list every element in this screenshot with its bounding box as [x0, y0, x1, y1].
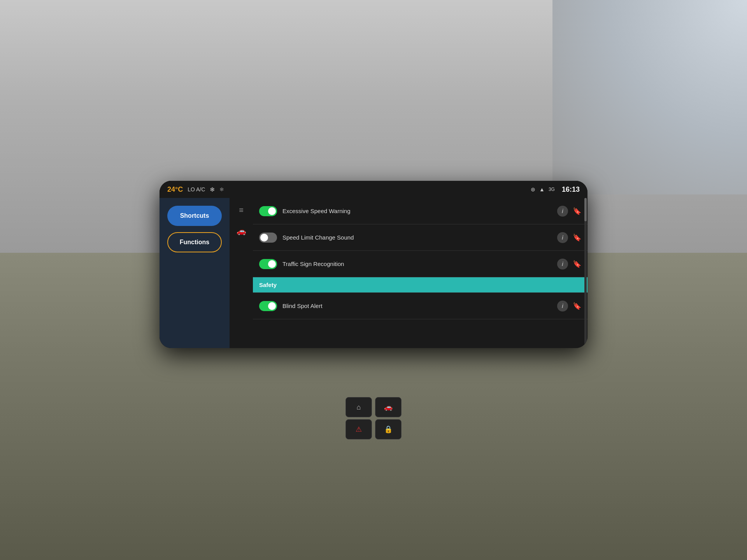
bookmark-icon-filled[interactable]: 🔖: [573, 207, 581, 215]
blind-spot-toggle[interactable]: [259, 301, 277, 311]
item-actions: i 🔖: [557, 301, 581, 312]
traffic-sign-label: Traffic Sign Recognition: [282, 261, 552, 267]
main-content: Shortcuts Functions ≡ 🚗 Excessive Spee: [160, 198, 587, 348]
bluetooth-icon: ⊛: [531, 186, 535, 192]
lock-button[interactable]: 🔒: [375, 419, 402, 439]
category-header: Safety: [253, 277, 587, 293]
wifi-icon: ▲: [539, 186, 545, 192]
item-actions: i 🔖: [557, 206, 581, 217]
signal-icon: 3G: [549, 187, 555, 192]
middle-icon-column: ≡ 🚗: [230, 198, 253, 348]
ac-info: LO A/C: [188, 186, 205, 192]
bookmark-icon-empty[interactable]: 🔖: [573, 260, 581, 268]
status-left: 24°C LO A/C ❄ ❄: [167, 186, 224, 194]
list-item: Blind Spot Alert i 🔖: [253, 293, 587, 319]
bookmark-icon-empty[interactable]: 🔖: [573, 233, 581, 242]
blind-spot-label: Blind Spot Alert: [282, 303, 552, 309]
info-button[interactable]: i: [557, 232, 568, 243]
car-display-screen: 24°C LO A/C ❄ ❄ ⊛ ▲ 3G 16:13 Shortcuts F…: [160, 181, 587, 348]
speed-limit-label: Speed Limit Change Sound: [282, 234, 552, 241]
defrost-icon: ❄: [219, 186, 224, 192]
excessive-speed-toggle[interactable]: [259, 206, 277, 216]
traffic-sign-toggle[interactable]: [259, 259, 277, 269]
scrollbar-thumb[interactable]: [584, 198, 587, 221]
clock: 16:13: [562, 186, 580, 194]
speed-limit-toggle[interactable]: [259, 233, 277, 243]
item-actions: i 🔖: [557, 232, 581, 243]
scrollbar-track[interactable]: [584, 198, 587, 348]
item-actions: i 🔖: [557, 259, 581, 270]
hardware-buttons: ⌂ 🚗 ⚠ 🔒: [345, 397, 402, 439]
menu-icon[interactable]: ≡: [239, 206, 244, 215]
info-button[interactable]: i: [557, 206, 568, 217]
list-item: Speed Limit Change Sound i 🔖: [253, 224, 587, 251]
bookmark-icon-empty[interactable]: 🔖: [573, 302, 581, 310]
info-button[interactable]: i: [557, 259, 568, 270]
content-list: Excessive Speed Warning i 🔖 Speed Limit …: [253, 198, 587, 348]
list-item: Excessive Speed Warning i 🔖: [253, 198, 587, 224]
hazard-button[interactable]: ⚠: [345, 419, 372, 439]
sidebar: Shortcuts Functions: [160, 198, 230, 348]
info-button[interactable]: i: [557, 301, 568, 312]
fan-icon: ❄: [210, 186, 215, 193]
car-icon[interactable]: 🚗: [237, 226, 246, 236]
shortcuts-button[interactable]: Shortcuts: [167, 206, 222, 226]
home-button[interactable]: ⌂: [345, 397, 372, 417]
status-right: ⊛ ▲ 3G 16:13: [531, 186, 580, 194]
car-button[interactable]: 🚗: [375, 397, 402, 417]
safety-category-label: Safety: [259, 282, 277, 288]
status-bar: 24°C LO A/C ❄ ❄ ⊛ ▲ 3G 16:13: [160, 181, 587, 198]
temperature-display: 24°C: [167, 186, 183, 194]
excessive-speed-label: Excessive Speed Warning: [282, 208, 552, 214]
functions-button[interactable]: Functions: [167, 232, 222, 252]
list-item: Traffic Sign Recognition i 🔖: [253, 251, 587, 277]
